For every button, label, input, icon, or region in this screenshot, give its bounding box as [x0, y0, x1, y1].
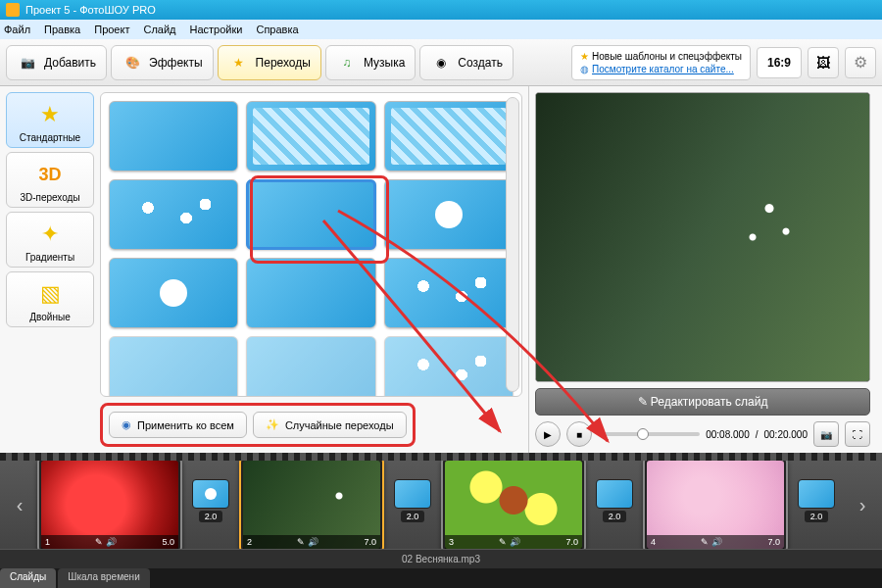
stop-icon: ■ [576, 429, 582, 440]
palette-icon: 🎨 [122, 52, 143, 74]
snapshot-button[interactable]: 📷 [813, 421, 839, 447]
camera-icon: 📷 [820, 429, 832, 440]
tab-effects[interactable]: 🎨 Эффекты [111, 45, 214, 80]
stop-button[interactable]: ■ [566, 421, 592, 447]
music-icon: ♫ [336, 52, 358, 74]
transition-thumb-selected[interactable] [246, 179, 375, 250]
category-standard[interactable]: ★ Стандартные [6, 92, 94, 148]
transitions-grid [100, 92, 522, 397]
3d-icon: 3D [9, 159, 91, 190]
time-total: 00:20.000 [764, 429, 808, 440]
timeline-slide[interactable]: 3✎ 🔊7.0 [441, 461, 586, 549]
double-icon: ▧ [9, 278, 91, 310]
seek-knob[interactable] [637, 428, 649, 440]
transition-thumb[interactable] [109, 336, 238, 397]
tab-music[interactable]: ♫ Музыка [325, 45, 416, 80]
wand-icon: ✨ [266, 418, 279, 431]
news-box: ★ Новые шаблоны и спецэффекты ◍ Посмотри… [571, 45, 751, 80]
film-strip-decoration [0, 453, 882, 461]
transition-thumb[interactable] [109, 258, 238, 328]
tab-transitions[interactable]: ★ Переходы [218, 45, 321, 80]
menu-slide[interactable]: Слайд [143, 24, 175, 35]
transition-thumb[interactable] [384, 101, 514, 172]
preview-pane: ✎ Редактировать слайд ▶ ■ 00:08.000 / 00… [529, 86, 876, 453]
transition-thumb[interactable] [246, 258, 375, 328]
theme-button[interactable]: 🖼 [808, 47, 839, 78]
transition-thumb[interactable] [384, 336, 514, 397]
titlebar: Проект 5 - ФотоШОУ PRO [0, 0, 882, 20]
tab-slides-view[interactable]: Слайды [0, 568, 56, 588]
timeline-slide[interactable]: 4✎ 🔊7.0 [643, 461, 788, 549]
camera-icon: 📷 [17, 52, 38, 74]
fullscreen-button[interactable]: ⛶ [845, 421, 870, 447]
gradient-icon: ✦ [9, 219, 91, 250]
timeline-next-button[interactable]: › [853, 494, 872, 516]
timeline-tabs: Слайды Шкала времени [0, 568, 882, 588]
transition-thumb[interactable] [109, 179, 238, 250]
timeline-slide-selected[interactable]: 2✎ 🔊7.0 [239, 461, 384, 549]
timeline-transition[interactable]: 2.0 [190, 479, 231, 530]
star-icon: ★ [580, 51, 589, 62]
tab-create[interactable]: ◉ Создать [419, 45, 514, 80]
category-double[interactable]: ▧ Двойные [6, 271, 94, 327]
category-3d[interactable]: 3D 3D-переходы [6, 152, 94, 208]
settings-button[interactable]: ⚙ [845, 47, 876, 78]
news-link[interactable]: Посмотрите каталог на сайте... [592, 64, 734, 74]
time-current: 00:08.000 [706, 429, 750, 440]
window-title: Проект 5 - ФотоШОУ PRO [25, 4, 156, 16]
preview-viewport [535, 92, 870, 382]
category-gradients[interactable]: ✦ Градиенты [6, 212, 94, 268]
preview-image [536, 93, 869, 381]
timeline-prev-button[interactable]: ‹ [10, 494, 29, 516]
menu-project[interactable]: Проект [94, 24, 129, 35]
image-icon: 🖼 [816, 55, 830, 71]
star-icon: ★ [9, 99, 91, 130]
menu-edit[interactable]: Правка [44, 24, 80, 35]
edit-slide-button[interactable]: ✎ Редактировать слайд [535, 388, 870, 416]
highlight-annotation: ◉ Применить ко всем ✨ Случайные переходы [100, 403, 416, 447]
tab-add[interactable]: 📷 Добавить [6, 45, 107, 80]
timeline-slide[interactable]: 1✎ 🔊5.0 [37, 461, 182, 549]
disc-icon: ◉ [430, 52, 452, 74]
timeline-transition[interactable]: 2.0 [796, 479, 837, 530]
tab-timescale-view[interactable]: Шкала времени [58, 568, 149, 588]
play-button[interactable]: ▶ [535, 421, 561, 447]
menu-help[interactable]: Справка [256, 24, 298, 35]
toolbar: 📷 Добавить 🎨 Эффекты ★ Переходы ♫ Музыка… [0, 39, 882, 86]
aspect-ratio-button[interactable]: 16:9 [757, 47, 802, 78]
category-list: ★ Стандартные 3D 3D-переходы ✦ Градиенты… [6, 92, 94, 397]
app-icon [6, 3, 20, 17]
play-icon: ▶ [544, 429, 552, 440]
timeline-transition[interactable]: 2.0 [392, 479, 433, 530]
random-transitions-button[interactable]: ✨ Случайные переходы [253, 412, 407, 438]
transition-thumb[interactable] [246, 336, 375, 397]
playback-controls: ▶ ■ 00:08.000 / 00:20.000 📷 ⛶ [535, 421, 870, 447]
transition-thumb[interactable] [246, 101, 375, 172]
sphere-icon: ◉ [122, 418, 131, 431]
audio-track[interactable]: 02 Веснянка.mp3 [0, 549, 882, 568]
menu-file[interactable]: Файл [4, 24, 30, 35]
expand-icon: ⛶ [853, 429, 862, 440]
transition-thumb[interactable] [109, 101, 238, 172]
transition-thumb[interactable] [384, 258, 514, 328]
globe-icon: ◍ [580, 64, 589, 74]
transition-thumb[interactable] [384, 179, 514, 250]
menubar: Файл Правка Проект Слайд Настройки Справ… [0, 20, 882, 39]
timeline-transition[interactable]: 2.0 [594, 479, 635, 530]
apply-to-all-button[interactable]: ◉ Применить ко всем [109, 412, 247, 438]
timeline: ‹ 1✎ 🔊5.0 2.0 2✎ 🔊7.0 2.0 3✎ 🔊7.0 [0, 453, 882, 588]
gear-icon: ⚙ [854, 53, 867, 72]
scrollbar[interactable] [506, 97, 519, 392]
menu-settings[interactable]: Настройки [190, 24, 243, 35]
pencil-icon: ✎ [638, 395, 648, 409]
slides-row: ‹ 1✎ 🔊5.0 2.0 2✎ 🔊7.0 2.0 3✎ 🔊7.0 [0, 461, 882, 549]
star-icon: ★ [228, 52, 250, 74]
seek-bar[interactable] [598, 432, 700, 436]
transitions-pane: ★ Стандартные 3D 3D-переходы ✦ Градиенты… [0, 86, 529, 453]
